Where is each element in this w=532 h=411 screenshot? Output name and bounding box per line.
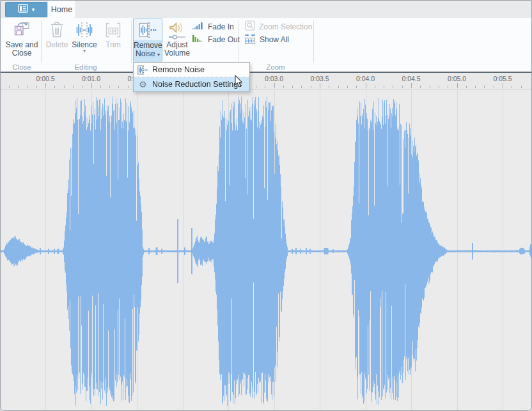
ruler-tick xyxy=(457,83,458,88)
ruler-tick xyxy=(36,86,37,88)
adjust-volume-button[interactable]: Adjust Volume xyxy=(163,20,191,61)
ruler-time-label: 0:03.0 xyxy=(260,75,288,82)
menu-item-noise-reduction-settings[interactable]: ⚙ Noise Reduction Settings xyxy=(134,77,249,91)
ruler-tick xyxy=(292,86,293,88)
ruler-tick xyxy=(402,86,403,88)
ruler-tick xyxy=(375,86,375,88)
ruler-tick xyxy=(484,86,485,88)
ruler-tick xyxy=(274,83,275,88)
ruler-tick xyxy=(494,86,494,88)
zoom-selection-label: Zoom Selection xyxy=(259,22,312,31)
trim-icon xyxy=(100,20,126,40)
ruler-tick xyxy=(82,86,82,88)
delete-button: Delete xyxy=(44,20,70,61)
silence-icon xyxy=(71,20,98,40)
ruler-tick xyxy=(45,83,46,88)
show-all-label: Show All xyxy=(260,35,289,44)
ruler-time-label: 0:03.5 xyxy=(306,75,334,82)
remove-noise-icon xyxy=(134,19,162,40)
ruler-time-label: 0:04.0 xyxy=(352,75,380,82)
trash-icon xyxy=(44,20,70,40)
ruler-tick xyxy=(27,86,27,88)
fade-out-icon xyxy=(192,34,204,45)
ruler-tick xyxy=(448,86,448,88)
ruler-tick xyxy=(118,86,119,88)
ruler-tick xyxy=(54,86,55,88)
delete-label: Delete xyxy=(44,41,70,49)
ruler-tick xyxy=(265,86,265,88)
fade-in-button[interactable]: Fade In xyxy=(192,21,234,32)
ruler-tick xyxy=(466,86,467,88)
group-label-close: Close xyxy=(4,63,39,72)
group-separator xyxy=(313,20,314,63)
magnifier-icon xyxy=(245,20,255,33)
fade-out-label: Fade Out xyxy=(208,35,240,44)
ruler-tick xyxy=(18,86,19,88)
app-menu-button[interactable]: ▾ xyxy=(5,2,47,17)
app-menu-caret-icon: ▾ xyxy=(32,7,35,13)
save-and-close-button[interactable]: Save and Close xyxy=(4,20,39,61)
waveform-area xyxy=(1,90,531,410)
ruler-tick xyxy=(128,86,129,88)
menu-item-label: Remove Noise xyxy=(152,65,205,74)
ruler-tick xyxy=(320,83,320,88)
app-window: ▾ Home Save and xyxy=(0,0,532,411)
ruler-tick xyxy=(356,86,357,88)
ruler-tick xyxy=(109,86,110,88)
ruler-tick xyxy=(393,86,393,88)
silence-button[interactable]: Silence ▾ xyxy=(71,20,98,61)
ruler-tick xyxy=(475,86,476,88)
tab-home[interactable]: Home xyxy=(47,1,76,18)
gear-icon: ⚙ xyxy=(137,80,148,89)
ruler-tick xyxy=(329,86,329,88)
show-all-button[interactable]: Show All xyxy=(244,34,289,45)
silence-caret-icon: ▾ xyxy=(71,49,98,53)
ruler-tick xyxy=(301,86,302,88)
ruler-tick xyxy=(347,86,348,88)
ruler-tick xyxy=(384,86,384,88)
ruler-tick xyxy=(91,83,92,88)
tab-home-label: Home xyxy=(51,5,72,14)
waveform-canvas[interactable] xyxy=(1,90,531,410)
ruler-tick xyxy=(420,86,421,88)
trim-label: Trim xyxy=(100,41,126,49)
ruler-tick xyxy=(100,86,101,88)
zoom-selection-button: Zoom Selection xyxy=(245,21,312,32)
fade-out-button[interactable]: Fade Out xyxy=(192,34,240,45)
save-icon xyxy=(4,20,39,40)
ruler-tick xyxy=(338,86,339,88)
ruler-tick xyxy=(366,83,366,88)
ruler-time-label: 0:00.5 xyxy=(31,75,59,82)
ruler-time-label: 0:05.5 xyxy=(489,75,517,82)
ruler-tick xyxy=(521,86,522,88)
group-label-editing: Editing xyxy=(44,63,127,72)
group-separator xyxy=(131,20,132,63)
ruler-time-label: 0:04.5 xyxy=(397,75,425,82)
ruler-time-label: 0:01.0 xyxy=(77,75,106,82)
ruler-tick xyxy=(283,86,284,88)
show-all-icon xyxy=(244,33,256,46)
ruler-tick xyxy=(512,86,512,88)
trim-button: Trim xyxy=(100,20,126,61)
ruler-tick xyxy=(503,83,503,88)
group-separator xyxy=(41,20,42,63)
menu-item-remove-noise[interactable]: Remove Noise xyxy=(134,63,249,77)
remove-noise-button[interactable]: Remove Noise ▾ xyxy=(133,19,162,61)
menu-item-label: Noise Reduction Settings xyxy=(152,80,242,89)
ruler-tick xyxy=(73,86,74,88)
ruler-tick xyxy=(430,86,430,88)
ruler-tick xyxy=(256,86,256,88)
fade-in-icon xyxy=(192,21,204,32)
remove-noise-caret-icon: ▾ xyxy=(157,52,160,58)
ruler-tick xyxy=(9,86,10,88)
remove-noise-dropdown-menu: Remove Noise ⚙ Noise Reduction Settings xyxy=(133,62,250,92)
fade-in-label: Fade In xyxy=(208,22,234,31)
mouse-cursor xyxy=(235,75,244,91)
remove-noise-icon xyxy=(137,65,148,75)
group-label-zoom: Zoom xyxy=(240,63,311,72)
ruler-tick xyxy=(411,83,412,88)
timeline-ruler[interactable]: 0:00.50:01.00:01.50:02.00:02.50:03.00:03… xyxy=(1,73,531,90)
titlebar: ▾ Home xyxy=(1,1,531,18)
app-menu-icon xyxy=(18,4,29,15)
ribbon: Save and Close Delete xyxy=(1,18,531,72)
